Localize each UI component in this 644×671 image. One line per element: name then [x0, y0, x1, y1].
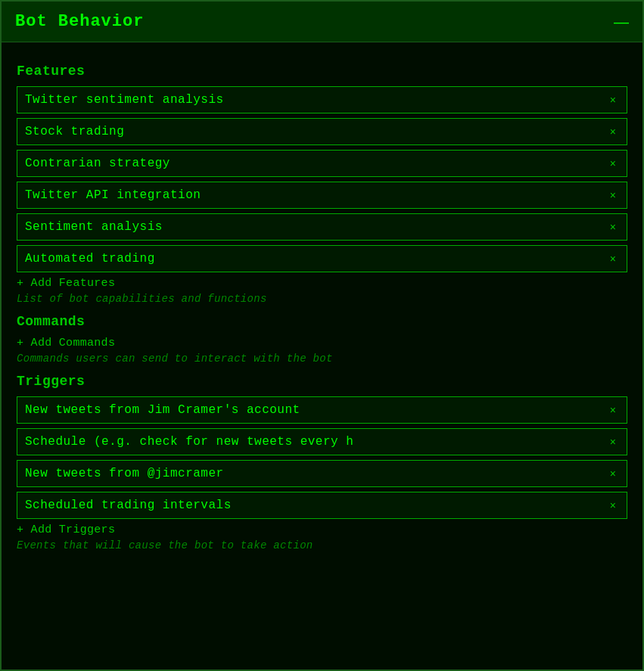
remove-item-button[interactable]: ×	[607, 222, 619, 232]
item-text: Stock trading	[25, 125, 607, 138]
list-item: New tweets from Jim Cramer's account×	[17, 396, 627, 424]
commands-hint: Commands users can send to interact with…	[17, 353, 627, 365]
item-text: New tweets from Jim Cramer's account	[25, 403, 607, 417]
item-text: Schedule (e.g. check for new tweets ever…	[25, 435, 607, 449]
list-item: Sentiment analysis×	[17, 213, 627, 241]
triggers-list: New tweets from Jim Cramer's account×Sch…	[17, 396, 627, 519]
list-item: Contrarian strategy×	[17, 150, 627, 177]
panel-header: Bot Behavior —	[2, 2, 642, 42]
remove-item-button[interactable]: ×	[607, 253, 619, 264]
triggers-section: Triggers New tweets from Jim Cramer's ac…	[17, 374, 627, 551]
features-hint: List of bot capabilities and functions	[17, 293, 627, 305]
remove-item-button[interactable]: ×	[607, 436, 619, 447]
list-item: Twitter sentiment analysis×	[17, 86, 627, 113]
remove-item-button[interactable]: ×	[607, 126, 619, 137]
remove-item-button[interactable]: ×	[607, 190, 619, 200]
item-text: New tweets from @jimcramer	[25, 467, 607, 480]
minimize-button[interactable]: —	[614, 14, 629, 30]
remove-item-button[interactable]: ×	[607, 158, 619, 169]
features-section: Features Twitter sentiment analysis×Stoc…	[17, 64, 627, 305]
list-item: Scheduled trading intervals×	[17, 492, 627, 519]
list-item: Automated trading×	[17, 245, 627, 272]
features-list: Twitter sentiment analysis×Stock trading…	[17, 86, 627, 272]
item-text: Twitter sentiment analysis	[25, 93, 607, 107]
bot-behavior-panel: Bot Behavior — Features Twitter sentimen…	[0, 0, 644, 671]
remove-item-button[interactable]: ×	[607, 405, 619, 415]
remove-item-button[interactable]: ×	[607, 95, 619, 105]
triggers-label: Triggers	[17, 374, 627, 389]
features-label: Features	[17, 64, 627, 79]
add-triggers-link[interactable]: + Add Triggers	[17, 523, 627, 536]
add-features-link[interactable]: + Add Features	[17, 277, 627, 290]
item-text: Contrarian strategy	[25, 157, 607, 170]
panel-body: Features Twitter sentiment analysis×Stoc…	[2, 42, 642, 574]
triggers-hint: Events that will cause the bot to take a…	[17, 539, 627, 551]
remove-item-button[interactable]: ×	[607, 500, 619, 511]
item-text: Sentiment analysis	[25, 220, 607, 234]
item-text: Automated trading	[25, 252, 607, 266]
list-item: New tweets from @jimcramer×	[17, 460, 627, 487]
remove-item-button[interactable]: ×	[607, 468, 619, 479]
item-text: Scheduled trading intervals	[25, 499, 607, 512]
commands-section: Commands + Add Commands Commands users c…	[17, 314, 627, 365]
list-item: Stock trading×	[17, 118, 627, 145]
panel-title: Bot Behavior	[15, 12, 144, 31]
list-item: Schedule (e.g. check for new tweets ever…	[17, 428, 627, 455]
item-text: Twitter API integration	[25, 188, 607, 202]
commands-label: Commands	[17, 314, 627, 329]
list-item: Twitter API integration×	[17, 182, 627, 209]
add-commands-link[interactable]: + Add Commands	[17, 337, 627, 349]
